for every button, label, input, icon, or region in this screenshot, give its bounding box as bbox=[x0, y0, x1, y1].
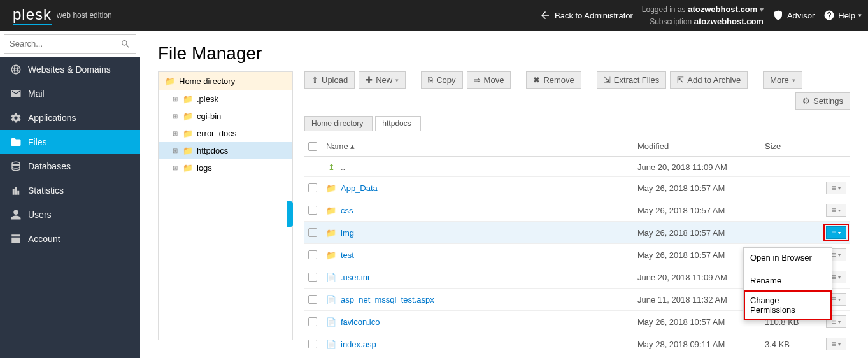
arrow-left-icon bbox=[539, 10, 551, 21]
modified-cell: June 11, 2018 11:32 AM bbox=[634, 289, 761, 311]
copy-icon: ⎘ bbox=[428, 75, 433, 85]
menu-change-permissions[interactable]: Change Permissions bbox=[744, 290, 832, 320]
folder-icon: 📁 bbox=[326, 227, 336, 238]
select-all-checkbox[interactable] bbox=[308, 142, 317, 151]
modified-cell: May 26, 2018 10:57 AM bbox=[634, 177, 761, 199]
row-checkbox[interactable] bbox=[308, 317, 317, 326]
table-row: 📁App_DataMay 26, 2018 10:57 AM≡ ▾ bbox=[304, 177, 850, 199]
tree-item-cgibin[interactable]: ⊞📁cgi-bin bbox=[159, 108, 292, 125]
chart-icon bbox=[10, 185, 22, 196]
row-checkbox[interactable] bbox=[308, 250, 317, 259]
search-icon[interactable] bbox=[120, 39, 131, 49]
login-info[interactable]: Logged in as atozwebhost.com ▾ Subscript… bbox=[642, 3, 764, 28]
folder-icon: 📁 bbox=[183, 163, 193, 173]
extract-icon: ⇲ bbox=[604, 75, 611, 85]
new-button[interactable]: ✚New▾ bbox=[359, 71, 406, 89]
back-to-admin[interactable]: Back to Administrator bbox=[539, 10, 633, 21]
settings-button[interactable]: ⚙Settings bbox=[795, 92, 850, 110]
nav-files[interactable]: Files bbox=[0, 130, 140, 154]
size-cell: 3.4 KB bbox=[761, 355, 812, 359]
nav-statistics[interactable]: Statistics bbox=[0, 178, 140, 203]
copy-button[interactable]: ⎘Copy bbox=[421, 71, 462, 89]
folder-link[interactable]: 📁test bbox=[326, 250, 630, 260]
tree-collapse-handle[interactable] bbox=[287, 201, 293, 227]
table-row: 📁imgMay 26, 2018 10:57 AM≡ ▾ bbox=[304, 222, 850, 244]
file-icon: 📄 bbox=[326, 272, 336, 282]
search-input[interactable] bbox=[10, 39, 120, 48]
row-actions-button[interactable]: ≡ ▾ bbox=[826, 182, 846, 194]
top-header: plesk web host edition Back to Administr… bbox=[0, 0, 868, 31]
plus-icon: ✚ bbox=[366, 75, 373, 85]
up-arrow-icon: ↥ bbox=[326, 162, 336, 172]
tree-root[interactable]: 📁 Home directory bbox=[159, 72, 292, 90]
advisor-link[interactable]: Advisor bbox=[772, 10, 815, 21]
tree-item-plesk[interactable]: ⊞📁.plesk bbox=[159, 90, 292, 108]
folder-link[interactable]: 📁App_Data bbox=[326, 183, 630, 193]
modified-cell: June 20, 2018 11:09 AM bbox=[634, 266, 761, 289]
row-checkbox[interactable] bbox=[308, 183, 317, 192]
folder-icon: 📁 bbox=[326, 183, 336, 193]
database-icon bbox=[10, 161, 22, 172]
search-wrap bbox=[0, 31, 140, 57]
extract-button[interactable]: ⇲Extract Files bbox=[597, 71, 667, 89]
folder-link[interactable]: 📁img bbox=[326, 227, 630, 238]
row-checkbox[interactable] bbox=[308, 295, 317, 304]
upload-icon: ⇧ bbox=[311, 75, 318, 85]
table-row: 📄index.aspMay 28, 2018 09:11 AM3.4 KB≡ ▾ bbox=[304, 333, 850, 355]
gear-icon bbox=[10, 112, 22, 124]
file-link[interactable]: 📄index.asp bbox=[326, 339, 630, 349]
folder-icon: 📁 bbox=[326, 250, 336, 260]
file-icon: 📄 bbox=[326, 294, 336, 304]
remove-button[interactable]: ✖Remove bbox=[526, 71, 581, 89]
size-cell bbox=[761, 222, 812, 244]
tree-item-httpdocs[interactable]: ⊞📁httpdocs bbox=[159, 142, 292, 159]
row-actions-button[interactable]: ≡ ▾ bbox=[826, 204, 846, 217]
row-actions-button[interactable]: ≡ ▾ bbox=[826, 226, 846, 239]
page-title: File Manager bbox=[158, 43, 850, 64]
parent-dir-link[interactable]: ↥.. bbox=[326, 162, 630, 172]
files-panel: ⇧Upload ✚New▾ ⎘Copy ⇨Move ✖Remove ⇲Extra… bbox=[304, 71, 850, 340]
file-link[interactable]: 📄.user.ini bbox=[326, 272, 630, 282]
more-button[interactable]: More▾ bbox=[763, 71, 802, 89]
folder-link[interactable]: 📁css bbox=[326, 205, 630, 215]
size-cell: 3.4 KB bbox=[761, 333, 812, 355]
crumb-home[interactable]: Home directory bbox=[304, 116, 373, 131]
archive-button[interactable]: ⇱Add to Archive bbox=[670, 71, 748, 89]
file-link[interactable]: 📄favicon.ico bbox=[326, 317, 630, 327]
nav-mail[interactable]: Mail bbox=[0, 82, 140, 106]
folder-icon: 📁 bbox=[165, 76, 175, 86]
upload-button[interactable]: ⇧Upload bbox=[304, 71, 355, 89]
help-link[interactable]: Help ▾ bbox=[823, 10, 862, 21]
row-checkbox[interactable] bbox=[308, 340, 317, 348]
row-checkbox[interactable] bbox=[308, 228, 317, 237]
nav-databases[interactable]: Databases bbox=[0, 154, 140, 178]
nav-apps[interactable]: Applications bbox=[0, 106, 140, 130]
edition-label: web host edition bbox=[57, 11, 112, 20]
row-checkbox[interactable] bbox=[308, 206, 317, 215]
folder-icon: 📁 bbox=[326, 205, 336, 215]
folder-icon: 📁 bbox=[183, 111, 193, 121]
nav-users[interactable]: Users bbox=[0, 203, 140, 227]
account-icon bbox=[10, 233, 22, 245]
menu-open-browser[interactable]: Open in Browser bbox=[744, 248, 832, 268]
file-link[interactable]: 📄asp_net_mssql_test.aspx bbox=[326, 294, 630, 304]
tree-item-logs[interactable]: ⊞📁logs bbox=[159, 159, 292, 176]
col-modified-header[interactable]: Modified bbox=[634, 136, 761, 157]
nav-account[interactable]: Account bbox=[0, 227, 140, 251]
modified-cell: May 26, 2018 10:57 AM bbox=[634, 244, 761, 266]
modified-cell: May 28, 2018 09:11 AM bbox=[634, 333, 761, 355]
col-size-header[interactable]: Size bbox=[761, 136, 812, 157]
menu-rename[interactable]: Rename bbox=[744, 271, 832, 290]
row-checkbox[interactable] bbox=[308, 273, 317, 282]
tree-item-errordocs[interactable]: ⊞📁error_docs bbox=[159, 125, 292, 142]
help-icon bbox=[823, 10, 835, 21]
crumb-httpdocs[interactable]: httpdocs bbox=[375, 116, 420, 131]
logo: plesk bbox=[13, 6, 52, 25]
col-name-header[interactable]: Name ▴ bbox=[322, 136, 634, 157]
move-button[interactable]: ⇨Move bbox=[467, 71, 511, 89]
remove-icon: ✖ bbox=[533, 75, 540, 85]
nav-websites[interactable]: Websites & Domains bbox=[0, 57, 140, 82]
table-row: ↥..June 20, 2018 11:09 AM bbox=[304, 157, 850, 177]
row-actions-button[interactable]: ≡ ▾ bbox=[826, 338, 846, 350]
folder-icon: 📁 bbox=[183, 129, 193, 138]
